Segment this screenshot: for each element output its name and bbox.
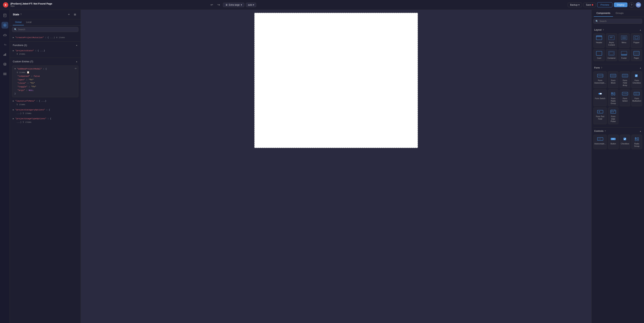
sidebar-item-chart[interactable] xyxy=(2,51,8,58)
icon-bar: fx xyxy=(0,10,10,323)
component-form-text-field[interactable]: T Form Text Field xyxy=(594,107,607,124)
footer-icon xyxy=(621,51,628,56)
components-search-input[interactable] xyxy=(600,20,640,22)
tab-components[interactable]: Components xyxy=(594,10,613,17)
form-multiselect-label: Form Multiselect xyxy=(632,97,641,102)
deploy-button[interactable]: Deploy xyxy=(614,2,628,7)
edit-icon[interactable]: ✏ xyxy=(75,67,77,70)
svg-point-69 xyxy=(635,138,636,139)
state-title: State xyxy=(13,13,19,16)
sidebar-item-function[interactable]: fx xyxy=(2,41,8,48)
tab-groups[interactable]: Groups xyxy=(613,10,626,17)
form-block-label: Form Block xyxy=(609,79,618,84)
state-tab-row: Global Local xyxy=(10,19,81,25)
component-form-block[interactable]: Form Block xyxy=(608,71,618,88)
svg-rect-49 xyxy=(634,92,640,95)
component-radio-group[interactable]: Radio Group xyxy=(632,135,642,149)
device-selector[interactable]: 🖥 Extra large ▾ xyxy=(223,3,244,7)
component-form-checkbox[interactable]: Form Checkbox xyxy=(632,71,642,88)
list-item[interactable]: ▶ "projectCatagoryOptions" : { ...} 5 it… xyxy=(10,107,81,116)
component-container[interactable]: Container xyxy=(606,49,617,61)
component-menu[interactable]: Menu xyxy=(618,33,630,48)
components-search[interactable]: 🔍 xyxy=(594,19,642,24)
state-search[interactable]: 🔍 xyxy=(12,27,78,32)
component-form-autocomplete[interactable]: Form Autocomple... xyxy=(594,71,607,88)
svg-point-41 xyxy=(600,93,602,94)
svg-text:fx: fx xyxy=(4,43,6,46)
header-icon xyxy=(596,35,602,40)
component-form-radio-group[interactable]: Form Radio Group xyxy=(608,89,618,106)
sidebar-item-state[interactable] xyxy=(2,22,8,28)
sidebar-item-database[interactable] xyxy=(2,61,8,68)
redo-button[interactable]: ↪ xyxy=(216,2,222,7)
component-autocomplete[interactable]: Autocomple... xyxy=(594,135,607,149)
component-header[interactable]: Header xyxy=(594,33,605,48)
sidebar-item-page[interactable] xyxy=(2,12,8,19)
functions-section-header[interactable]: Functions (1) ▲ xyxy=(10,42,81,48)
component-button[interactable]: Button xyxy=(608,135,618,149)
form-field-array-label: Form Field Array xyxy=(620,79,629,87)
layout-section-header[interactable]: Layout ? ▲ xyxy=(592,27,644,33)
controls-section-header[interactable]: Controls ? ▲ xyxy=(592,128,644,134)
save-button[interactable]: Save xyxy=(584,3,596,7)
component-footer[interactable]: Footer xyxy=(618,49,630,61)
custom-entries-chevron-icon: ▲ xyxy=(76,60,78,62)
menu-icon xyxy=(621,35,628,40)
canvas-frame xyxy=(254,13,418,148)
component-form-field-array[interactable]: Form Field Array xyxy=(620,71,630,88)
svg-rect-39 xyxy=(635,74,638,77)
list-item[interactable]: ▶ "projectsState" : { ...} 4 items xyxy=(10,48,81,57)
component-card[interactable]: Card xyxy=(594,49,605,61)
layout-help-icon: ? xyxy=(603,29,604,31)
radio-group-label: Radio Group xyxy=(632,143,641,147)
form-date-picker-label: Form Date Picker xyxy=(609,115,618,123)
list-item[interactable]: ▶ "layoutLeftMenu" : { ...} 5 items xyxy=(10,98,81,107)
undo-button[interactable]: ↩ xyxy=(209,2,214,7)
radio-group-icon xyxy=(634,136,640,142)
component-async-content[interactable]: Async Content xyxy=(606,33,617,48)
device-icon: 🖥 xyxy=(226,3,228,6)
component-form-multiselect[interactable]: Form Multiselect xyxy=(632,89,642,106)
auto-selector[interactable]: auto ▾ xyxy=(246,3,256,7)
help-button[interactable]: ? xyxy=(629,2,634,7)
canvas-area[interactable] xyxy=(81,10,591,323)
form-checkbox-icon xyxy=(633,73,640,78)
svg-rect-36 xyxy=(622,74,628,77)
search-icon: 🔍 xyxy=(14,28,17,31)
state-search-input[interactable] xyxy=(18,28,76,31)
svg-rect-31 xyxy=(634,52,639,55)
footer-label: Footer xyxy=(621,57,627,59)
sidebar-item-cloud[interactable] xyxy=(2,31,8,38)
form-divider xyxy=(594,64,642,64)
list-item[interactable]: ▶ "projectUsageTypeOptions" : { ...} 5 i… xyxy=(10,116,81,125)
form-radio-group-icon xyxy=(610,91,616,96)
component-form-date-picker[interactable]: Form Date Picker xyxy=(608,107,618,124)
component-form-switch[interactable]: Form Switch xyxy=(594,89,607,106)
left-panel: State ? + ⊞ Global Local 🔍 ▶ "createProj… xyxy=(10,10,81,323)
state-add-button[interactable]: + xyxy=(66,12,71,17)
svg-point-46 xyxy=(614,94,615,95)
component-popper[interactable]: Popper xyxy=(631,33,642,48)
component-checkbox[interactable]: Checkbox xyxy=(620,135,630,149)
component-form-select[interactable]: Form Select xyxy=(620,89,630,106)
form-select-icon xyxy=(622,91,628,96)
sidebar-item-settings[interactable] xyxy=(2,71,8,77)
tab-local[interactable]: Local xyxy=(24,19,34,25)
component-paper[interactable]: Paper xyxy=(631,49,642,61)
main-layout: fx State ? + ⊞ Global Local 🔍 xyxy=(0,10,644,323)
custom-entry-block: ✏ ▼ "addNewProjectModal" : { 5 items 📋 "… xyxy=(12,65,78,97)
async-content-icon xyxy=(608,35,615,40)
list-item[interactable]: ▶ "createProjectMutation" : { ...} 8 ite… xyxy=(10,35,81,40)
svg-rect-11 xyxy=(4,73,6,73)
tab-global[interactable]: Global xyxy=(13,19,24,25)
preview-button[interactable]: Preview xyxy=(597,2,612,7)
state-expand-button[interactable]: ⊞ xyxy=(72,12,78,17)
search-icon: 🔍 xyxy=(596,20,598,22)
form-section-header[interactable]: Form ? ▲ xyxy=(592,65,644,71)
backup-button[interactable]: Backup ▾ xyxy=(568,3,582,7)
custom-entries-section-header[interactable]: Custom Entries (7) ▲ xyxy=(10,59,81,64)
right-panel-tabs: Components Groups xyxy=(592,10,644,17)
svg-point-10 xyxy=(4,63,6,64)
state-help-icon[interactable]: ? xyxy=(20,13,22,16)
container-icon xyxy=(608,51,615,56)
